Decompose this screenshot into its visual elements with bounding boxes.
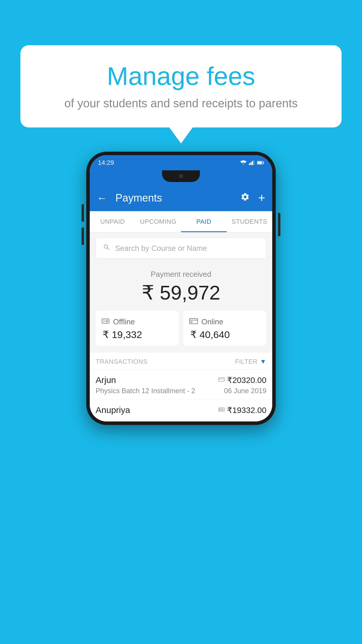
online-amount: ₹ 40,640 xyxy=(190,329,230,340)
transaction-type-icon xyxy=(218,406,225,414)
battery-icon xyxy=(257,161,264,165)
svg-rect-16 xyxy=(219,409,221,411)
notch-bar xyxy=(90,170,272,185)
online-label: Online xyxy=(201,317,223,326)
app-bar-title: Payments xyxy=(115,192,235,204)
payment-cards: Offline ₹ 19,332 xyxy=(96,311,266,346)
app-bar: ← Payments + xyxy=(90,185,272,211)
power-button xyxy=(278,213,280,236)
settings-button[interactable] xyxy=(240,192,250,204)
filter-icon: ▼ xyxy=(260,358,266,365)
status-bar: 14:29 xyxy=(90,155,272,170)
transaction-amount-wrap: ₹19332.00 xyxy=(218,405,266,415)
offline-card-header: Offline xyxy=(101,317,135,326)
svg-rect-1 xyxy=(250,162,252,165)
online-card-header: Online xyxy=(189,317,223,326)
speech-bubble-container: Manage fees of your students and send re… xyxy=(20,45,342,144)
transactions-header: TRANSACTIONS FILTER ▼ xyxy=(90,353,272,370)
svg-rect-12 xyxy=(191,321,193,322)
search-section: Search by Course or Name xyxy=(90,232,272,264)
bubble-arrow xyxy=(169,127,193,144)
payment-received-label: Payment received xyxy=(96,270,266,279)
transactions-label: TRANSACTIONS xyxy=(96,358,147,365)
app-bar-actions: + xyxy=(240,191,265,205)
svg-rect-8 xyxy=(103,320,105,323)
speech-bubble: Manage fees of your students and send re… xyxy=(20,45,342,127)
svg-point-9 xyxy=(106,320,108,322)
filter-button[interactable]: FILTER ▼ xyxy=(235,358,266,365)
tab-unpaid[interactable]: UNPAID xyxy=(90,211,136,232)
svg-rect-5 xyxy=(263,162,264,163)
back-button[interactable]: ← xyxy=(97,192,107,204)
payment-total-amount: ₹ 59,972 xyxy=(96,281,266,304)
svg-rect-10 xyxy=(189,318,198,324)
cash-icon xyxy=(101,318,110,324)
svg-point-17 xyxy=(222,409,223,410)
transaction-amount: ₹20320.00 xyxy=(227,375,266,385)
card-payment-icon xyxy=(218,377,225,382)
svg-rect-0 xyxy=(249,163,250,165)
volume-up-button xyxy=(82,204,84,222)
notch xyxy=(162,170,200,182)
search-icon xyxy=(103,244,110,253)
transaction-type-icon xyxy=(218,376,225,384)
filter-label: FILTER xyxy=(235,358,258,365)
bubble-title: Manage fees xyxy=(38,61,324,91)
gear-icon xyxy=(240,192,250,202)
magnifier-icon xyxy=(103,244,110,251)
phone-container: 14:29 xyxy=(86,152,276,425)
transaction-date: 06 June 2019 xyxy=(224,387,266,395)
status-icons xyxy=(240,160,264,165)
offline-label: Offline xyxy=(113,317,135,326)
transaction-name: Arjun xyxy=(96,375,116,385)
transaction-row-top: Anupriya ₹19332.00 xyxy=(96,405,266,415)
offline-icon xyxy=(101,317,110,326)
search-placeholder: Search by Course or Name xyxy=(115,244,207,253)
add-button[interactable]: + xyxy=(258,191,265,205)
payment-summary: Payment received ₹ 59,972 xyxy=(90,264,272,353)
transaction-amount: ₹19332.00 xyxy=(227,405,266,415)
tab-students[interactable]: STUDENTS xyxy=(227,211,273,232)
svg-rect-6 xyxy=(257,162,262,164)
bubble-subtitle: of your students and send receipts to pa… xyxy=(38,97,324,110)
online-icon xyxy=(189,317,198,326)
svg-rect-13 xyxy=(219,378,224,381)
transaction-name: Anupriya xyxy=(96,405,130,415)
transaction-amount-wrap: ₹20320.00 xyxy=(218,375,266,385)
offline-amount: ₹ 19,332 xyxy=(103,329,142,340)
search-box[interactable]: Search by Course or Name xyxy=(96,238,266,259)
transaction-row-bottom: Physics Batch 12 Installment - 2 06 June… xyxy=(96,387,266,395)
transaction-course: Physics Batch 12 Installment - 2 xyxy=(96,387,195,395)
online-card: Online ₹ 40,640 xyxy=(183,311,266,346)
tab-upcoming[interactable]: UPCOMING xyxy=(136,211,181,232)
camera-dot xyxy=(179,174,183,178)
wifi-icon xyxy=(240,160,247,165)
transaction-row[interactable]: Arjun ₹20320.00 Physics Batch 12 Install… xyxy=(90,370,272,400)
svg-rect-2 xyxy=(252,161,253,165)
cash-payment-icon xyxy=(218,407,225,412)
signal-icon xyxy=(249,160,255,165)
svg-rect-3 xyxy=(253,160,254,165)
tab-paid[interactable]: PAID xyxy=(181,211,227,232)
offline-card: Offline ₹ 19,332 xyxy=(96,311,179,346)
volume-down-button xyxy=(82,228,84,245)
transaction-row-top: Arjun ₹20320.00 xyxy=(96,375,266,385)
phone-outer: 14:29 xyxy=(86,152,276,425)
transaction-row[interactable]: Anupriya ₹19332.00 xyxy=(90,400,272,421)
card-icon xyxy=(189,318,198,324)
tabs-bar: UNPAID UPCOMING PAID STUDENTS xyxy=(90,211,272,232)
status-time: 14:29 xyxy=(98,159,114,167)
phone-screen: 14:29 xyxy=(90,155,272,421)
